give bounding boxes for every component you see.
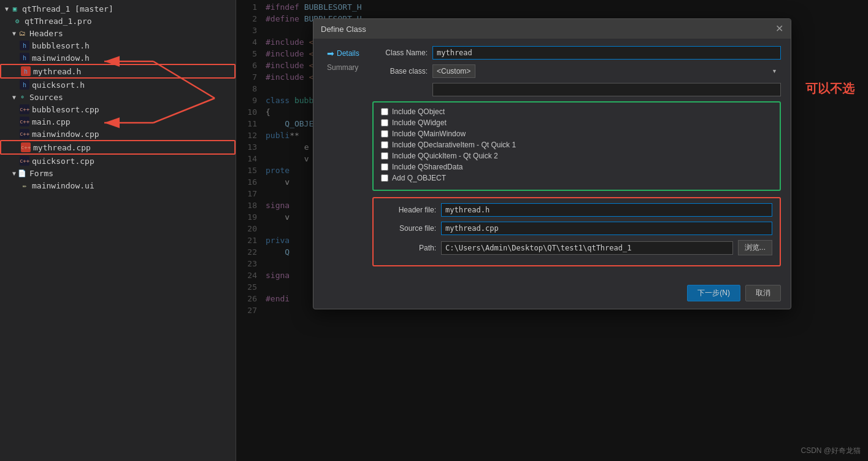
main-cpp-item[interactable]: c++ main.cpp [0,115,236,128]
header-file-label: Header file: [381,206,436,214]
dialog-titlebar: Define Class ✕ [313,19,791,39]
forms-folder-icon: 📄 [17,168,27,178]
dialog-overlay: Define Class ✕ ➡ Details Summary Class N… [236,0,868,461]
include-qobject-checkbox[interactable] [381,108,388,115]
pro-file-icon: ⚙ [12,16,22,26]
project-tree: ▼ ▣ qtThread_1 [master] ⚙ qtThread_1.pro… [0,0,236,194]
main-cpp-label: main.cpp [32,117,71,126]
cpp-file-icon2: c++ [20,117,29,126]
cpp-file-icon4: c++ [21,142,31,152]
bubblesort-cpp-label: bubblesort.cpp [32,105,99,114]
pro-file-item[interactable]: ⚙ qtThread_1.pro [0,15,236,27]
include-qdeclarativeitem-row: Include QDeclarativeItem - Qt Quick 1 [381,141,772,149]
sources-arrow: ▼ [12,94,16,101]
quicksort-h-item[interactable]: h quicksort.h [0,79,236,91]
ui-file-icon: ✏ [20,180,29,190]
class-name-row: Class Name: [372,46,781,60]
collapse-arrow: ▼ [5,6,9,12]
dialog-nav-details[interactable]: ➡ Details [323,46,372,61]
bubblesort-h-label: bubblesort.h [32,41,90,50]
sources-folder-icon: ⚬ [17,92,27,102]
include-qwidget-checkbox[interactable] [381,119,388,126]
include-qquickitem-checkbox[interactable] [381,152,388,160]
base-class-select[interactable]: <Custom> [432,64,475,78]
base-class-text-row [372,83,781,96]
dialog-main-content: Class Name: Base class: <Custom> [372,46,781,273]
summary-label: Summary [327,63,358,72]
headers-group[interactable]: ▼ 🗂 Headers [0,27,236,39]
add-qobject-row: Add Q_OBJECT [381,174,772,182]
quicksort-cpp-label: quicksort.cpp [32,157,94,166]
dialog-body: ➡ Details Summary Class Name: Base class… [313,39,791,280]
headers-label: Headers [29,29,63,38]
include-qobject-row: Include QObject [381,107,772,116]
source-file-input[interactable] [441,222,772,235]
details-label: Details [337,49,359,58]
mainwindow-ui-item[interactable]: ✏ mainwindow.ui [0,179,236,192]
h-file-icon: h [20,41,29,50]
include-qquickitem-row: Include QQuickItem - Qt Quick 2 [381,152,772,160]
can-uncheck-annotation: 可以不选 [805,80,855,97]
mythread-cpp-label: mythread.cpp [33,143,91,152]
header-file-input[interactable] [441,203,772,217]
mainwindow-h-label: mainwindow.h [32,53,90,63]
dialog-close-button[interactable]: ✕ [775,24,783,34]
cpp-file-icon: c++ [20,104,29,114]
browse-button[interactable]: 浏览... [738,240,772,255]
forms-group[interactable]: ▼ 📄 Forms [0,167,236,179]
quicksort-h-label: quicksort.h [32,80,85,90]
add-qobject-checkbox[interactable] [381,174,388,182]
next-button[interactable]: 下一步(N) [687,285,740,301]
include-qmainwindow-label: Include QMainWindow [392,130,466,138]
mainwindow-cpp-item[interactable]: c++ mainwindow.cpp [0,128,236,140]
path-label: Path: [381,244,436,252]
project-icon: ▣ [10,4,20,14]
base-class-text-input[interactable] [432,83,781,96]
checkboxes-section: Include QObject Include QWidget Include … [372,101,781,191]
forms-label: Forms [29,169,53,178]
source-file-row: Source file: [381,222,772,235]
dialog-nav-summary[interactable]: Summary [323,61,372,74]
include-qshareddata-label: Include QSharedData [392,163,463,171]
h-file-icon2: h [20,53,29,63]
header-file-row: Header file: [381,203,772,217]
mythread-h-item[interactable]: h mythread.h [0,64,236,79]
path-row: Path: 浏览... [381,240,772,255]
source-file-label: Source file: [381,224,436,233]
include-qobject-label: Include QObject [392,107,445,116]
include-qdeclarativeitem-label: Include QDeclarativeItem - Qt Quick 1 [392,141,516,149]
include-qshareddata-row: Include QSharedData [381,163,772,171]
h-file-icon3: h [21,66,31,76]
mythread-h-label: mythread.h [33,67,81,76]
class-name-label: Class Name: [372,48,428,57]
sources-group[interactable]: ▼ ⚬ Sources [0,91,236,103]
project-name: qtThread_1 [master] [22,4,113,14]
mainwindow-h-item[interactable]: h mainwindow.h [0,52,236,64]
cpp-file-icon3: c++ [20,129,29,139]
project-root[interactable]: ▼ ▣ qtThread_1 [master] [0,2,236,15]
class-name-input[interactable] [432,46,781,60]
include-qdeclarativeitem-checkbox[interactable] [381,141,388,149]
include-qwidget-label: Include QWidget [392,118,447,127]
base-class-select-wrap: <Custom> [432,64,781,78]
file-fields-section: Header file: Source file: Path: 浏览... [372,197,781,266]
path-input[interactable] [441,241,733,255]
headers-arrow: ▼ [12,30,16,37]
watermark: CSDN @好奇龙猫 [801,446,861,456]
include-qquickitem-label: Include QQuickItem - Qt Quick 2 [392,152,498,160]
cancel-button[interactable]: 取消 [745,285,781,301]
mythread-cpp-item[interactable]: c++ mythread.cpp [0,140,236,155]
include-qmainwindow-checkbox[interactable] [381,130,388,138]
bubblesort-cpp-item[interactable]: c++ bubblesort.cpp [0,103,236,115]
dialog-nav-sidebar: ➡ Details Summary [323,46,372,273]
include-qmainwindow-row: Include QMainWindow [381,130,772,138]
include-qshareddata-checkbox[interactable] [381,163,388,171]
h-file-icon4: h [20,80,29,90]
mainwindow-cpp-label: mainwindow.cpp [32,130,99,139]
quicksort-cpp-item[interactable]: c++ quicksort.cpp [0,155,236,167]
bubblesort-h-item[interactable]: h bubblesort.h [0,39,236,52]
base-class-label: Base class: [372,67,428,76]
include-qwidget-row: Include QWidget [381,118,772,127]
define-class-dialog: Define Class ✕ ➡ Details Summary Class N… [313,18,791,309]
pro-file-label: qtThread_1.pro [25,17,92,26]
